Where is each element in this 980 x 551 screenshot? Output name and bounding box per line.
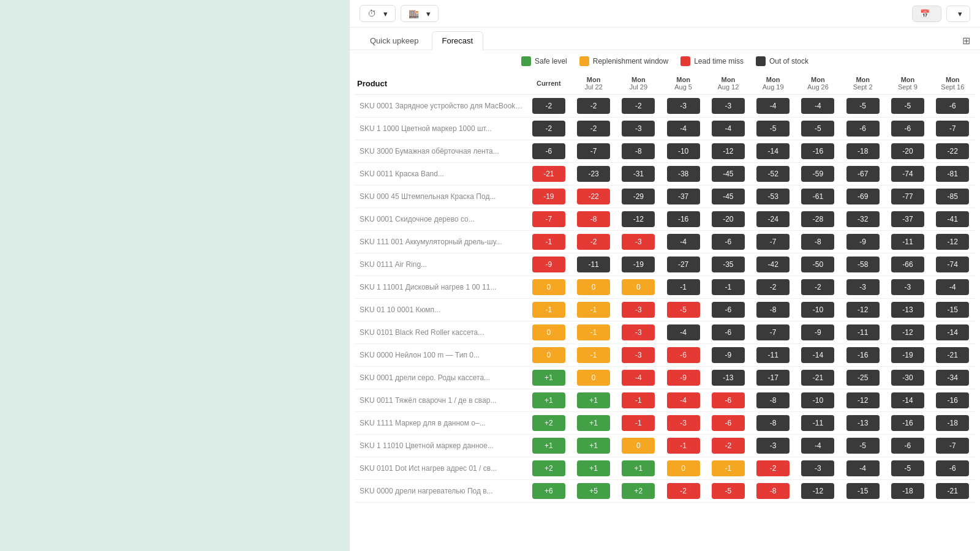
value-cell: -4 [661,231,706,253]
table-row: SKU 0011 Краска Вand...-21-23-31-38-45-5… [355,163,975,186]
value-cell: -7 [526,208,571,231]
value-cell: -22 [571,186,616,208]
value-cell: -3 [616,231,661,253]
value-cell: -8 [751,299,796,321]
value-cell: -9 [796,321,840,344]
toolbar-left: ⏱ ▾ 🏬 ▾ [360,5,439,22]
value-cell: -52 [751,163,796,186]
value-cell: 0 [526,321,571,344]
value-cell: -3 [616,118,661,140]
table-row: SKU 0000 дрели нагревателью Под в...+6+5… [355,480,975,503]
value-cell: -4 [661,118,706,140]
value-cell: -5 [885,457,930,480]
value-cell: -9 [706,344,750,367]
product-cell: SKU 111 001 Аккумуляторный дрель-шу... [355,231,526,253]
value-cell: -12 [796,480,840,503]
value-cell: -41 [930,208,975,231]
value-cell: -25 [840,367,885,389]
value-cell: -13 [840,412,885,435]
value-cell: -2 [706,435,750,457]
value-cell: -18 [840,140,885,163]
value-cell: -6 [885,435,930,457]
value-cell: -13 [706,367,750,389]
value-cell: -61 [796,186,840,208]
out-of-stock-dot [756,56,766,66]
value-cell: -18 [930,412,975,435]
value-cell: +1 [616,457,661,480]
forecast-table: Product Current MonJul 22 MonJul 29 MonA… [355,72,975,503]
tab-quick-upkeep[interactable]: Quick upkeep [360,31,429,50]
value-cell: -4 [751,95,796,118]
table-row: SKU 1 1000 Цветной маркер 1000 шт...-2-2… [355,118,975,140]
value-cell: -4 [796,95,840,118]
product-cell: SKU 1111 Маркер для в данном о–... [355,412,526,435]
product-cell: SKU 0011 Краска Вand... [355,163,526,186]
value-cell: -2 [616,95,661,118]
value-cell: -12 [930,231,975,253]
value-cell: -2 [526,118,571,140]
replenishment-label: Replenishment window [593,57,668,66]
tab-forecast[interactable]: Forecast [432,31,484,50]
value-cell: -10 [796,389,840,412]
lookback-button[interactable]: ⏱ ▾ [360,5,396,22]
col-header-aug12: MonAug 12 [706,72,750,95]
value-cell: +6 [526,480,571,503]
value-cell: -14 [885,389,930,412]
value-cell: -21 [930,480,975,503]
value-cell: -7 [930,435,975,457]
table-row: SKU 0011 Тяжёл сварочн 1 / де в свар...+… [355,389,975,412]
legend-out-of-stock: Out of stock [756,56,809,66]
grid-view-icon[interactable]: ⊞ [962,35,970,47]
forecast-on-button[interactable]: 📅 [912,6,941,22]
value-cell: -38 [661,163,706,186]
value-cell: -59 [796,163,840,186]
col-header-aug5: MonAug 5 [661,72,706,95]
value-cell: -8 [751,412,796,435]
value-cell: -11 [751,344,796,367]
value-cell: -6 [930,95,975,118]
value-cell: -7 [751,321,796,344]
value-cell: -1 [571,299,616,321]
value-cell: -2 [751,276,796,299]
value-cell: -8 [751,389,796,412]
value-cell: -8 [616,140,661,163]
value-cell: +1 [526,389,571,412]
value-cell: -3 [796,457,840,480]
out-of-stock-label: Out of stock [769,57,809,66]
relative-qty-button[interactable]: ▾ [946,6,970,22]
value-cell: -69 [840,186,885,208]
value-cell: -42 [751,253,796,276]
value-cell: -27 [661,253,706,276]
vendors-button[interactable]: 🏬 ▾ [401,5,439,22]
value-cell: 0 [616,276,661,299]
value-cell: -5 [885,95,930,118]
value-cell: -11 [885,231,930,253]
value-cell: +1 [571,435,616,457]
value-cell: -1 [526,231,571,253]
value-cell: +1 [571,412,616,435]
value-cell: -6 [706,412,750,435]
value-cell: -21 [796,367,840,389]
value-cell: -77 [885,186,930,208]
value-cell: -4 [796,435,840,457]
value-cell: -8 [571,208,616,231]
product-cell: SKU 0011 Тяжёл сварочн 1 / де в свар... [355,389,526,412]
value-cell: -66 [885,253,930,276]
safe-level-dot [521,56,531,66]
value-cell: -22 [930,140,975,163]
value-cell: -4 [661,321,706,344]
table-row: SKU 0001 Скидочное дерево со...-7-8-12-1… [355,208,975,231]
value-cell: +2 [526,457,571,480]
safe-level-label: Safe level [535,57,567,66]
right-panel: ⏱ ▾ 🏬 ▾ 📅 ▾ Quick upkeep Foreca [349,0,980,551]
value-cell: -45 [706,186,750,208]
value-cell: -3 [840,276,885,299]
value-cell: -7 [930,118,975,140]
value-cell: 0 [526,276,571,299]
value-cell: +2 [616,480,661,503]
value-cell: -11 [796,412,840,435]
value-cell: -6 [885,118,930,140]
table-row: SKU 0111 Air Ring...-9-11-19-27-35-42-50… [355,253,975,276]
value-cell: -5 [751,118,796,140]
value-cell: -18 [885,480,930,503]
